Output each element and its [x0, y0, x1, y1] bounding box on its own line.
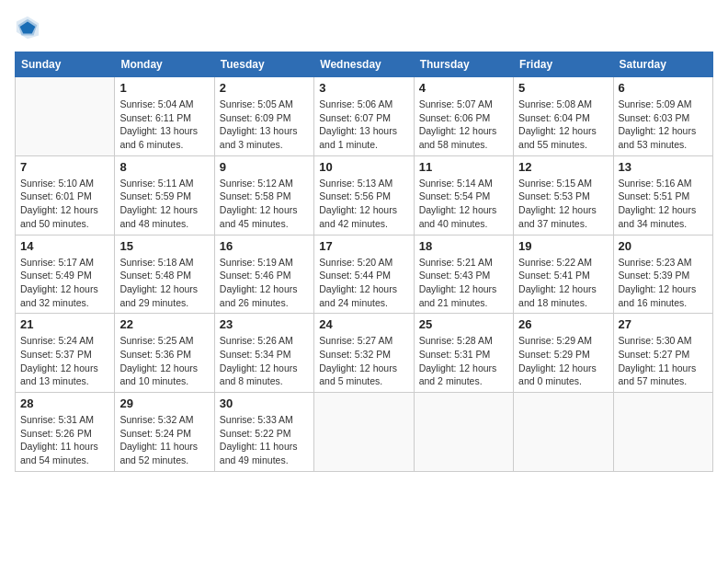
day-number: 7 [20, 160, 109, 174]
day-number: 23 [220, 317, 309, 331]
day-cell: 21Sunrise: 5:24 AM Sunset: 5:37 PM Dayli… [16, 314, 115, 393]
logo-icon [15, 15, 40, 40]
day-number: 3 [319, 81, 408, 95]
day-info: Sunrise: 5:21 AM Sunset: 5:43 PM Dayligh… [419, 256, 508, 310]
day-cell: 16Sunrise: 5:19 AM Sunset: 5:46 PM Dayli… [214, 235, 313, 314]
header-row: SundayMondayTuesdayWednesdayThursdayFrid… [16, 52, 713, 77]
day-cell [613, 393, 712, 472]
day-cell: 24Sunrise: 5:27 AM Sunset: 5:32 PM Dayli… [314, 314, 414, 393]
day-number: 8 [119, 160, 209, 174]
day-number: 4 [419, 81, 508, 95]
header-cell-monday: Monday [115, 52, 214, 77]
week-row-1: 1Sunrise: 5:04 AM Sunset: 6:11 PM Daylig… [16, 77, 713, 156]
day-cell: 6Sunrise: 5:09 AM Sunset: 6:03 PM Daylig… [613, 77, 712, 156]
day-info: Sunrise: 5:12 AM Sunset: 5:58 PM Dayligh… [220, 177, 309, 231]
day-info: Sunrise: 5:09 AM Sunset: 6:03 PM Dayligh… [619, 98, 708, 152]
day-cell [414, 393, 513, 472]
day-number: 18 [419, 239, 508, 253]
header-cell-friday: Friday [514, 52, 613, 77]
day-number: 29 [119, 396, 209, 410]
header-cell-wednesday: Wednesday [314, 52, 414, 77]
day-cell: 23Sunrise: 5:26 AM Sunset: 5:34 PM Dayli… [214, 314, 313, 393]
day-cell: 3Sunrise: 5:06 AM Sunset: 6:07 PM Daylig… [314, 77, 414, 156]
day-number: 22 [119, 317, 209, 331]
day-info: Sunrise: 5:22 AM Sunset: 5:41 PM Dayligh… [518, 256, 608, 310]
day-info: Sunrise: 5:26 AM Sunset: 5:34 PM Dayligh… [220, 334, 309, 388]
header-cell-sunday: Sunday [16, 52, 115, 77]
day-number: 21 [20, 317, 109, 331]
day-cell: 19Sunrise: 5:22 AM Sunset: 5:41 PM Dayli… [514, 235, 613, 314]
day-number: 2 [220, 81, 309, 95]
day-info: Sunrise: 5:13 AM Sunset: 5:56 PM Dayligh… [319, 177, 408, 231]
page-header [15, 15, 713, 40]
header-cell-thursday: Thursday [414, 52, 513, 77]
day-number: 6 [619, 81, 708, 95]
day-info: Sunrise: 5:15 AM Sunset: 5:53 PM Dayligh… [518, 177, 608, 231]
day-info: Sunrise: 5:07 AM Sunset: 6:06 PM Dayligh… [419, 98, 508, 152]
calendar-table: SundayMondayTuesdayWednesdayThursdayFrid… [15, 52, 713, 472]
day-number: 28 [20, 396, 109, 410]
header-cell-saturday: Saturday [613, 52, 712, 77]
day-info: Sunrise: 5:14 AM Sunset: 5:54 PM Dayligh… [419, 177, 508, 231]
day-info: Sunrise: 5:28 AM Sunset: 5:31 PM Dayligh… [419, 334, 508, 388]
day-info: Sunrise: 5:18 AM Sunset: 5:48 PM Dayligh… [119, 256, 209, 310]
day-number: 11 [419, 160, 508, 174]
day-cell: 17Sunrise: 5:20 AM Sunset: 5:44 PM Dayli… [314, 235, 414, 314]
day-info: Sunrise: 5:29 AM Sunset: 5:29 PM Dayligh… [518, 334, 608, 388]
day-number: 10 [319, 160, 408, 174]
day-cell: 10Sunrise: 5:13 AM Sunset: 5:56 PM Dayli… [314, 155, 414, 235]
day-number: 12 [518, 160, 608, 174]
day-number: 17 [319, 239, 408, 253]
day-cell: 2Sunrise: 5:05 AM Sunset: 6:09 PM Daylig… [214, 77, 313, 156]
day-info: Sunrise: 5:24 AM Sunset: 5:37 PM Dayligh… [20, 334, 109, 388]
calendar-body: 1Sunrise: 5:04 AM Sunset: 6:11 PM Daylig… [16, 77, 713, 472]
day-cell: 11Sunrise: 5:14 AM Sunset: 5:54 PM Dayli… [414, 155, 513, 235]
day-cell: 20Sunrise: 5:23 AM Sunset: 5:39 PM Dayli… [613, 235, 712, 314]
day-info: Sunrise: 5:08 AM Sunset: 6:04 PM Dayligh… [518, 98, 608, 152]
day-info: Sunrise: 5:27 AM Sunset: 5:32 PM Dayligh… [319, 334, 408, 388]
week-row-2: 7Sunrise: 5:10 AM Sunset: 6:01 PM Daylig… [16, 155, 713, 235]
day-cell: 7Sunrise: 5:10 AM Sunset: 6:01 PM Daylig… [16, 155, 115, 235]
day-cell: 12Sunrise: 5:15 AM Sunset: 5:53 PM Dayli… [514, 155, 613, 235]
week-row-3: 14Sunrise: 5:17 AM Sunset: 5:49 PM Dayli… [16, 235, 713, 314]
day-cell: 18Sunrise: 5:21 AM Sunset: 5:43 PM Dayli… [414, 235, 513, 314]
day-info: Sunrise: 5:25 AM Sunset: 5:36 PM Dayligh… [119, 334, 209, 388]
day-cell: 25Sunrise: 5:28 AM Sunset: 5:31 PM Dayli… [414, 314, 513, 393]
day-info: Sunrise: 5:19 AM Sunset: 5:46 PM Dayligh… [220, 256, 309, 310]
day-info: Sunrise: 5:17 AM Sunset: 5:49 PM Dayligh… [20, 256, 109, 310]
week-row-5: 28Sunrise: 5:31 AM Sunset: 5:26 PM Dayli… [16, 393, 713, 472]
day-info: Sunrise: 5:16 AM Sunset: 5:51 PM Dayligh… [619, 177, 708, 231]
day-cell [314, 393, 414, 472]
day-number: 24 [319, 317, 408, 331]
day-info: Sunrise: 5:33 AM Sunset: 5:22 PM Dayligh… [220, 413, 309, 467]
calendar-header: SundayMondayTuesdayWednesdayThursdayFrid… [16, 52, 713, 77]
day-number: 26 [518, 317, 608, 331]
day-cell: 27Sunrise: 5:30 AM Sunset: 5:27 PM Dayli… [613, 314, 712, 393]
day-cell: 22Sunrise: 5:25 AM Sunset: 5:36 PM Dayli… [115, 314, 214, 393]
day-number: 13 [619, 160, 708, 174]
day-info: Sunrise: 5:23 AM Sunset: 5:39 PM Dayligh… [619, 256, 708, 310]
day-cell: 8Sunrise: 5:11 AM Sunset: 5:59 PM Daylig… [115, 155, 214, 235]
day-info: Sunrise: 5:30 AM Sunset: 5:27 PM Dayligh… [619, 334, 708, 388]
day-number: 27 [619, 317, 708, 331]
header-cell-tuesday: Tuesday [214, 52, 313, 77]
day-cell: 1Sunrise: 5:04 AM Sunset: 6:11 PM Daylig… [115, 77, 214, 156]
day-number: 9 [220, 160, 309, 174]
day-cell: 29Sunrise: 5:32 AM Sunset: 5:24 PM Dayli… [115, 393, 214, 472]
day-info: Sunrise: 5:31 AM Sunset: 5:26 PM Dayligh… [20, 413, 109, 467]
day-info: Sunrise: 5:20 AM Sunset: 5:44 PM Dayligh… [319, 256, 408, 310]
day-info: Sunrise: 5:11 AM Sunset: 5:59 PM Dayligh… [119, 177, 209, 231]
day-info: Sunrise: 5:06 AM Sunset: 6:07 PM Dayligh… [319, 98, 408, 152]
day-cell: 28Sunrise: 5:31 AM Sunset: 5:26 PM Dayli… [16, 393, 115, 472]
day-cell: 30Sunrise: 5:33 AM Sunset: 5:22 PM Dayli… [214, 393, 313, 472]
day-number: 14 [20, 239, 109, 253]
day-info: Sunrise: 5:32 AM Sunset: 5:24 PM Dayligh… [119, 413, 209, 467]
day-cell [16, 77, 115, 156]
day-cell: 4Sunrise: 5:07 AM Sunset: 6:06 PM Daylig… [414, 77, 513, 156]
week-row-4: 21Sunrise: 5:24 AM Sunset: 5:37 PM Dayli… [16, 314, 713, 393]
day-info: Sunrise: 5:05 AM Sunset: 6:09 PM Dayligh… [220, 98, 309, 152]
logo [15, 15, 44, 40]
day-number: 19 [518, 239, 608, 253]
day-number: 1 [119, 81, 209, 95]
day-number: 16 [220, 239, 309, 253]
